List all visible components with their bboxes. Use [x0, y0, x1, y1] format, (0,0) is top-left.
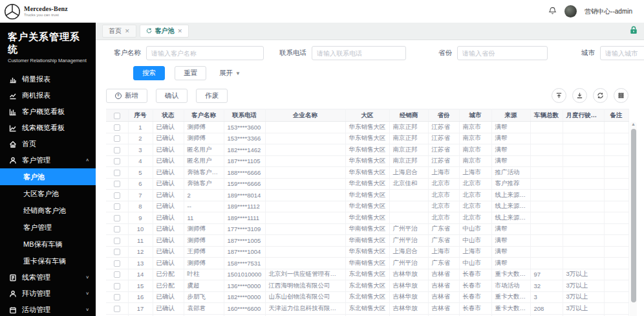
expand-toggle[interactable]: 展开 ▼	[219, 69, 241, 78]
sidebar-item-truck-vehicles[interactable]: 重卡保有车辆	[0, 253, 96, 269]
row-checkbox[interactable]	[114, 271, 120, 278]
row-checkbox[interactable]	[114, 124, 120, 131]
phone-input[interactable]	[312, 46, 406, 60]
download-icon[interactable]	[572, 88, 587, 103]
sidebar-item-customer-mgmt[interactable]: 客户管理∧	[0, 152, 96, 168]
sidebar-item-customer-pool[interactable]: 客户池	[0, 168, 96, 185]
sidebar-item-customer-mgmt-sub[interactable]: 客户管理	[0, 219, 96, 236]
row-select-cell	[106, 133, 128, 144]
customer-name-input[interactable]	[146, 46, 264, 60]
column-header: 客户名称	[184, 109, 224, 122]
row-checkbox[interactable]	[114, 238, 120, 244]
select-all-header	[106, 109, 128, 122]
table-cell: 满帮	[491, 235, 530, 247]
add-button[interactable]: + 新增	[106, 89, 147, 103]
invalidate-button[interactable]: 作废	[196, 89, 228, 103]
confirm-button[interactable]: 确认	[156, 89, 188, 103]
table-cell: 山东山创物流有限公司	[265, 291, 345, 303]
column-header: 车辆总数	[530, 109, 563, 122]
sidebar-item-region-customer-pool[interactable]: 大区客户池	[0, 185, 96, 202]
table-cell	[604, 167, 628, 179]
row-checkbox[interactable]	[114, 226, 120, 232]
row-checkbox[interactable]	[114, 170, 120, 176]
city-input[interactable]	[600, 46, 644, 60]
tab-home[interactable]: 首页 ✕	[102, 25, 136, 38]
row-checkbox[interactable]	[114, 181, 120, 187]
table-cell	[604, 178, 628, 190]
table-cell: 17	[128, 303, 153, 315]
table-cell: 天津运力信息科技有限公司	[265, 303, 345, 315]
collapse-top-icon[interactable]	[552, 88, 566, 103]
sidebar-item-visit-mgmt[interactable]: 拜访管理∨	[0, 286, 96, 302]
sidebar-item-activity-mgmt[interactable]: 活动管理∨	[0, 302, 96, 316]
row-checkbox[interactable]	[114, 249, 120, 255]
table-cell: 北京市	[428, 178, 459, 190]
reset-button[interactable]: 重置	[175, 66, 206, 80]
sidebar-item-leads-mgmt[interactable]: 线索管理∨	[0, 269, 96, 286]
trend-chart-icon	[9, 124, 17, 132]
avatar[interactable]	[564, 5, 577, 17]
row-checkbox[interactable]	[114, 135, 120, 142]
row-select-cell	[106, 190, 128, 201]
table-cell: 线上来源-TC...	[491, 190, 530, 201]
refresh-icon[interactable]	[593, 88, 608, 103]
sidebar-item-home[interactable]: 首页	[0, 136, 96, 152]
row-checkbox[interactable]	[114, 306, 120, 312]
table-cell: 长春市	[459, 280, 491, 292]
table-cell: 南京正邦	[389, 122, 428, 133]
row-checkbox[interactable]	[114, 203, 120, 210]
line-chart-icon	[9, 92, 17, 100]
lock-icon[interactable]	[630, 25, 638, 37]
table-cell: 97	[530, 269, 563, 280]
column-settings-icon[interactable]	[614, 88, 628, 103]
row-checkbox[interactable]	[114, 215, 120, 221]
row-checkbox[interactable]	[114, 260, 120, 267]
province-input[interactable]	[457, 46, 548, 60]
table-cell: 叶柱	[184, 269, 224, 280]
sidebar-item-label: 线索管理	[22, 273, 80, 282]
table-cell: 满帮	[491, 223, 530, 235]
table-cell: 11	[184, 212, 224, 224]
bell-icon[interactable]	[548, 6, 557, 17]
table-cell	[563, 258, 604, 269]
table-cell: 189****1111	[224, 212, 265, 224]
close-icon[interactable]: ✕	[178, 28, 183, 34]
column-header: 状态	[153, 109, 184, 122]
select-all-checkbox[interactable]	[114, 113, 120, 119]
row-checkbox[interactable]	[114, 283, 120, 289]
table-cell: 匿名用户	[184, 144, 224, 156]
row-checkbox[interactable]	[114, 192, 120, 199]
table-cell: 华东销售大区	[345, 246, 389, 258]
table-cell	[265, 246, 345, 258]
sidebar-item-leads-overview-board[interactable]: 线索概览看板	[0, 120, 96, 136]
table-cell	[563, 167, 604, 179]
sidebar-item-opportunity-report[interactable]: 商机报表	[0, 87, 96, 104]
table-cell	[530, 235, 563, 247]
sidebar-item-mb-vehicles[interactable]: MB保有车辆	[0, 236, 96, 253]
tab-customer-pool[interactable]: 客户池 ✕	[140, 25, 189, 38]
table-scrollbar[interactable]: ▲ ▼	[630, 122, 637, 316]
scroll-up-icon[interactable]: ▲	[630, 121, 637, 128]
row-select-cell	[106, 144, 128, 156]
sidebar-item-customer-overview-board[interactable]: 客户概览看板	[0, 104, 96, 120]
row-checkbox[interactable]	[114, 158, 120, 164]
row-checkbox[interactable]	[114, 294, 120, 300]
table-cell: 线上来源-TC...	[491, 201, 530, 212]
table-cell: 华南销售大区	[345, 235, 389, 247]
sidebar-item-sales-report[interactable]: 销量报表	[0, 71, 96, 87]
refresh-icon[interactable]	[146, 28, 152, 35]
close-icon[interactable]: ✕	[125, 28, 130, 34]
table-cell: 9	[128, 212, 153, 224]
search-button[interactable]: 搜索	[133, 66, 165, 80]
row-select-cell	[106, 201, 128, 212]
table-cell: 北京市	[428, 201, 459, 212]
sidebar-item-dealer-customer-pool[interactable]: 经销商客户池	[0, 202, 96, 219]
row-checkbox[interactable]	[114, 147, 120, 153]
table-cell	[530, 122, 563, 133]
table-cell: 已确认	[153, 201, 184, 212]
sidebar-item-label: 首页	[22, 139, 89, 149]
home-icon	[9, 141, 17, 148]
scrollbar-thumb[interactable]	[631, 129, 636, 302]
table-cell: 上海市	[428, 167, 459, 179]
table-cell: 6	[128, 178, 153, 190]
